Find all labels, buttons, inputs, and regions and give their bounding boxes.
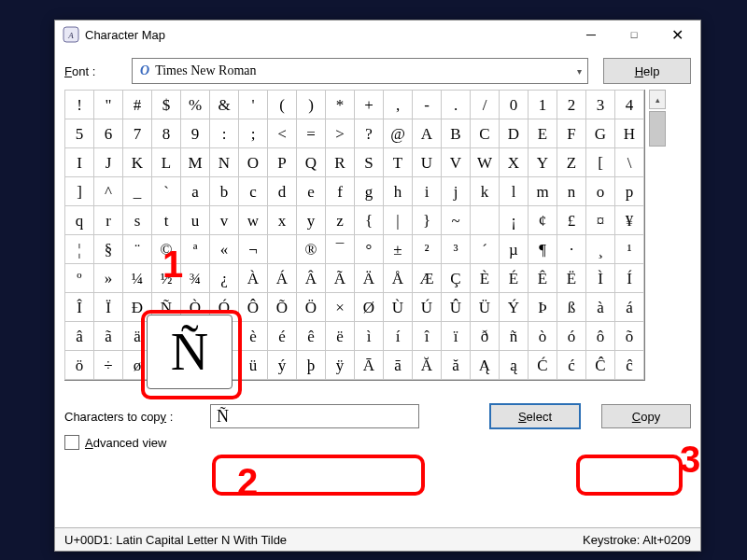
char-cell[interactable]: r	[93, 205, 123, 235]
char-cell[interactable]: F	[557, 119, 586, 148]
char-cell[interactable]: `	[151, 176, 181, 206]
char-cell[interactable]: ¯	[325, 234, 355, 264]
char-cell[interactable]: Ì	[585, 263, 615, 293]
char-cell[interactable]: #	[122, 90, 152, 119]
char-cell[interactable]: v	[209, 205, 239, 235]
char-cell[interactable]: O	[238, 147, 268, 177]
char-cell[interactable]: ¨	[122, 234, 152, 264]
char-cell[interactable]: }	[412, 205, 442, 235]
char-cell[interactable]: µ	[499, 234, 529, 264]
char-cell[interactable]: õ	[614, 321, 644, 351]
char-cell[interactable]: ì	[354, 321, 384, 351]
char-cell[interactable]: ã	[93, 321, 123, 351]
char-cell[interactable]: ¿	[209, 263, 239, 293]
char-cell[interactable]: Û	[441, 292, 471, 322]
char-cell[interactable]: B	[441, 119, 471, 148]
char-cell[interactable]: z	[325, 205, 355, 235]
char-cell[interactable]: o	[585, 176, 615, 206]
char-cell[interactable]: Õ	[267, 292, 297, 322]
scroll-up-button[interactable]: ▴	[649, 90, 666, 109]
char-cell[interactable]: ă	[441, 350, 471, 380]
char-cell[interactable]: a	[180, 176, 210, 206]
char-cell[interactable]: ö	[64, 350, 94, 380]
char-cell[interactable]: 1	[528, 90, 557, 119]
char-cell[interactable]: ×	[325, 292, 355, 322]
char-cell[interactable]: Z	[557, 147, 586, 177]
char-cell[interactable]: Ç	[441, 263, 471, 293]
char-cell[interactable]: Ć	[528, 350, 557, 380]
char-cell[interactable]: ;	[238, 119, 268, 148]
char-cell[interactable]: ñ	[499, 321, 529, 351]
char-cell[interactable]: Í	[614, 263, 644, 293]
char-cell[interactable]: é	[267, 321, 297, 351]
char-cell[interactable]: $	[151, 90, 181, 119]
char-cell[interactable]: M	[180, 147, 210, 177]
char-cell[interactable]: À	[238, 263, 268, 293]
char-cell[interactable]: ²	[412, 234, 442, 264]
char-cell[interactable]: É	[499, 263, 529, 293]
char-cell[interactable]: °	[354, 234, 384, 264]
char-cell[interactable]: &	[209, 90, 239, 119]
char-cell[interactable]: |	[383, 205, 413, 235]
char-cell[interactable]: p	[614, 176, 644, 206]
advanced-view-checkbox[interactable]	[64, 435, 79, 450]
char-cell[interactable]: 7	[122, 119, 152, 148]
char-cell[interactable]: Å	[383, 263, 413, 293]
char-cell[interactable]: ±	[383, 234, 413, 264]
minimize-button[interactable]: ─	[570, 21, 613, 49]
char-cell[interactable]: X	[499, 147, 529, 177]
char-cell[interactable]: H	[614, 119, 644, 148]
char-cell[interactable]: f	[325, 176, 355, 206]
char-cell[interactable]: þ	[296, 350, 326, 380]
char-cell[interactable]: C	[470, 119, 500, 148]
select-button[interactable]: Select	[489, 403, 581, 429]
char-cell[interactable]: ©	[151, 234, 181, 264]
char-cell[interactable]: l	[499, 176, 529, 206]
scrollbar[interactable]: ▴	[649, 90, 666, 381]
char-cell[interactable]: ¦	[64, 234, 94, 264]
char-cell[interactable]: ]	[64, 176, 94, 206]
char-cell[interactable]: !	[64, 90, 94, 119]
char-cell[interactable]: ¶	[528, 234, 557, 264]
char-cell[interactable]: w	[238, 205, 268, 235]
char-cell[interactable]: P	[267, 147, 297, 177]
char-cell[interactable]: ¾	[180, 263, 210, 293]
char-cell[interactable]: ª	[180, 234, 210, 264]
char-cell[interactable]: ą	[499, 350, 529, 380]
char-cell[interactable]: k	[470, 176, 500, 206]
char-cell[interactable]: Ä	[354, 263, 384, 293]
char-cell[interactable]: 2	[557, 90, 586, 119]
char-cell[interactable]: ð	[470, 321, 500, 351]
char-cell[interactable]: y	[296, 205, 326, 235]
char-cell[interactable]: Ö	[296, 292, 326, 322]
char-cell[interactable]: %	[180, 90, 210, 119]
char-cell[interactable]: q	[64, 205, 94, 235]
char-cell[interactable]: 0	[499, 90, 529, 119]
char-cell[interactable]: )	[296, 90, 326, 119]
char-cell[interactable]: î	[412, 321, 442, 351]
char-cell[interactable]: Y	[528, 147, 557, 177]
char-cell[interactable]: ß	[557, 292, 586, 322]
scroll-thumb[interactable]	[649, 111, 666, 147]
char-cell[interactable]: m	[528, 176, 557, 206]
maximize-button[interactable]: □	[613, 21, 655, 49]
char-cell[interactable]: «	[209, 234, 239, 264]
char-cell[interactable]: I	[64, 147, 94, 177]
char-cell[interactable]: b	[209, 176, 239, 206]
char-cell[interactable]: ®	[296, 234, 326, 264]
char-cell[interactable]: ³	[441, 234, 471, 264]
char-cell[interactable]: "	[93, 90, 123, 119]
char-cell[interactable]: T	[383, 147, 413, 177]
char-cell[interactable]: Á	[267, 263, 297, 293]
char-cell[interactable]: W	[470, 147, 500, 177]
char-cell[interactable]: 3	[585, 90, 615, 119]
char-cell[interactable]: D	[499, 119, 529, 148]
char-cell[interactable]: ¤	[585, 205, 615, 235]
char-cell[interactable]: ÷	[93, 350, 123, 380]
close-button[interactable]: ✕	[655, 21, 698, 49]
char-cell[interactable]: È	[470, 263, 500, 293]
char-cell[interactable]: N	[209, 147, 239, 177]
char-cell[interactable]: ¥	[614, 205, 644, 235]
char-cell[interactable]: '	[238, 90, 268, 119]
char-cell[interactable]: <	[267, 119, 297, 148]
